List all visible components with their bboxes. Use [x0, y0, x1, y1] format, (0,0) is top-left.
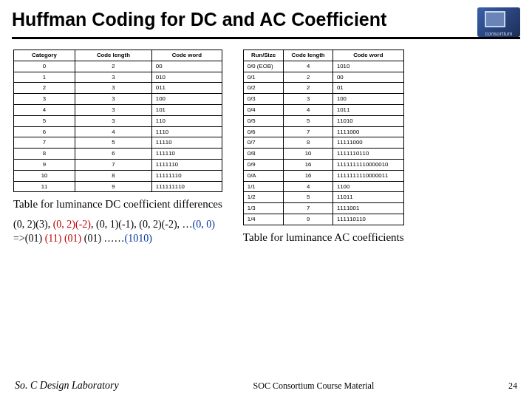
- dc-row: 10811111110: [14, 170, 222, 181]
- ac-row: 0/441011: [243, 104, 403, 115]
- ac-cell: 00: [332, 72, 403, 83]
- ac-row: 0/1200: [243, 72, 403, 83]
- ac-row: 1/2511011: [243, 192, 403, 203]
- ac-cell: 3: [284, 94, 333, 105]
- example-seq-pre: (0, 2)(3),: [13, 219, 53, 230]
- ac-cell: 9: [284, 214, 333, 225]
- dc-cell: 3: [14, 94, 75, 105]
- dc-cell: 9: [75, 181, 151, 192]
- ac-cell: 1111110110: [332, 149, 403, 160]
- ac-row: 1/141100: [243, 181, 403, 192]
- dc-row: 119111111110: [14, 181, 222, 192]
- ac-cell: 1100: [332, 181, 403, 192]
- dc-cell: 3: [75, 94, 151, 105]
- ac-cell: 11111000: [332, 137, 403, 149]
- ac-cell: 1/1: [243, 181, 283, 192]
- dc-cell: 1110: [151, 126, 222, 137]
- footer-left: So. C Design Laboratory: [15, 380, 119, 392]
- ac-cell: 0/3: [243, 94, 283, 105]
- footer-center: SOC Consortium Course Material: [119, 381, 508, 392]
- ac-cell: 1/2: [243, 192, 283, 203]
- ac-cell: 4: [284, 104, 333, 115]
- ac-row: 0/9161111111110000010: [243, 159, 403, 170]
- ac-row: 0/5511010: [243, 115, 403, 126]
- example-code-red: (11) (01): [45, 233, 82, 244]
- dc-cell: 10: [14, 170, 75, 181]
- dc-cell: 6: [75, 149, 151, 160]
- dc-row: 23011: [14, 83, 222, 94]
- ac-cell: 16: [284, 159, 333, 170]
- dc-cell: 101: [151, 104, 222, 115]
- example-code-blue: (1010): [125, 233, 152, 244]
- dc-cell: 4: [14, 104, 75, 115]
- footer-page: 24: [508, 381, 517, 392]
- ac-cell: 5: [284, 115, 333, 126]
- ac-cell: 1011: [332, 104, 403, 115]
- ac-cell: 0/5: [243, 115, 283, 126]
- dc-cell: 7: [14, 137, 75, 149]
- ac-row: 0/8101111110110: [243, 149, 403, 160]
- dc-header-codelen: Code length: [75, 50, 151, 61]
- ac-cell: 10: [284, 149, 333, 160]
- ac-caption: Table for luminance AC coefficients: [243, 231, 404, 244]
- ac-cell: 2: [284, 83, 333, 94]
- soc-logo: consortium: [477, 7, 520, 37]
- ac-cell: 7: [284, 126, 333, 137]
- ac-cell: 1111000: [332, 126, 403, 137]
- dc-cell: 0: [14, 61, 75, 72]
- ac-cell: 1/3: [243, 203, 283, 214]
- dc-table: Category Code length Code word 020013010…: [13, 50, 222, 192]
- dc-row: 33100: [14, 94, 222, 105]
- dc-cell: 8: [75, 170, 151, 181]
- dc-row: 7511110: [14, 137, 222, 149]
- ac-cell: 1111001: [332, 203, 403, 214]
- example-code-pre: (01): [25, 233, 45, 244]
- ac-cell: 7: [284, 203, 333, 214]
- dc-caption: Table for luminance DC coefficient diffe…: [13, 198, 222, 211]
- dc-cell: 5: [75, 137, 151, 149]
- ac-cell: 0/7: [243, 137, 283, 149]
- ac-cell: 01: [332, 83, 403, 94]
- dc-cell: 4: [75, 126, 151, 137]
- dc-cell: 100: [151, 94, 222, 105]
- ac-cell: 0/0 (EOB): [243, 61, 283, 72]
- ac-row: 0/671111000: [243, 126, 403, 137]
- ac-cell: 0/2: [243, 83, 283, 94]
- dc-cell: 6: [14, 126, 75, 137]
- ac-cell: 1/4: [243, 214, 283, 225]
- dc-cell: 110: [151, 115, 222, 126]
- dc-header-category: Category: [14, 50, 75, 61]
- dc-cell: 111111110: [151, 181, 222, 192]
- ac-cell: 4: [284, 181, 333, 192]
- ac-cell: 1111111110000010: [332, 159, 403, 170]
- ac-cell: 0/4: [243, 104, 283, 115]
- ac-cell: 5: [284, 192, 333, 203]
- title-divider: [12, 37, 520, 39]
- dc-cell: 011: [151, 83, 222, 94]
- dc-row: 971111110: [14, 159, 222, 170]
- example-seq-mid: , (0, 1)(-1), (0, 2)(-2), …: [91, 219, 193, 230]
- ac-cell: 0/1: [243, 72, 283, 83]
- ac-row: 0/2201: [243, 83, 403, 94]
- dc-cell: 00: [151, 61, 222, 72]
- dc-cell: 3: [75, 104, 151, 115]
- ac-row: 0/A161111111110000011: [243, 170, 403, 181]
- ac-header-runsize: Run/Size: [243, 50, 283, 61]
- ac-cell: 100: [332, 94, 403, 105]
- ac-cell: 0/8: [243, 149, 283, 160]
- ac-row: 0/7811111000: [243, 137, 403, 149]
- ac-row: 1/371111001: [243, 203, 403, 214]
- dc-cell: 2: [14, 83, 75, 94]
- dc-row: 0200: [14, 61, 222, 72]
- ac-header-codeword: Code word: [332, 50, 403, 61]
- example-code-mid: (01) ……: [81, 233, 124, 244]
- ac-cell: 4: [284, 61, 333, 72]
- example-seq-red: (0, 2)(-2): [53, 219, 91, 230]
- dc-cell: 11: [14, 181, 75, 192]
- dc-cell: 2: [75, 61, 151, 72]
- dc-cell: 1111110: [151, 159, 222, 170]
- dc-cell: 5: [14, 115, 75, 126]
- dc-cell: 8: [14, 149, 75, 160]
- footer: So. C Design Laboratory SOC Consortium C…: [0, 380, 532, 392]
- dc-row: 13010: [14, 72, 222, 83]
